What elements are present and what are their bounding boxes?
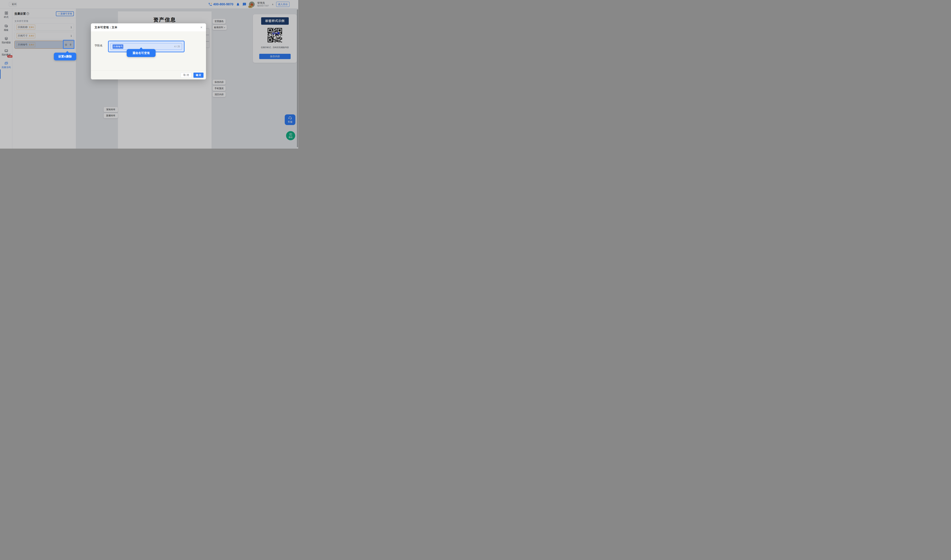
- field-name-label: 字段名: [94, 44, 102, 47]
- close-icon[interactable]: ×: [200, 26, 202, 29]
- settings-delete-tooltip: 设置&删除: [54, 52, 76, 60]
- rename-variable-tooltip: 重命名可变项: [127, 49, 156, 57]
- field-name-input[interactable]: 示例编号 4 / 25: [111, 43, 182, 50]
- modal-title: 文本可变项：文本: [94, 26, 117, 29]
- cancel-button[interactable]: 取 消: [181, 72, 191, 78]
- app-window: 〈 返回 400-800-9870: [0, 0, 298, 149]
- selected-input-text: 示例编号: [113, 45, 123, 49]
- confirm-button[interactable]: 确 定: [193, 72, 204, 78]
- modal-footer: 取 消 确 定: [91, 71, 206, 79]
- tooltip-text: 设置&删除: [59, 55, 72, 58]
- settings-delete-highlight-annotation: [63, 40, 74, 49]
- tooltip-text: 重命名可变项: [133, 51, 150, 55]
- modal-header: 文本可变项：文本 ×: [91, 23, 206, 31]
- char-counter: 4 / 25: [174, 45, 180, 48]
